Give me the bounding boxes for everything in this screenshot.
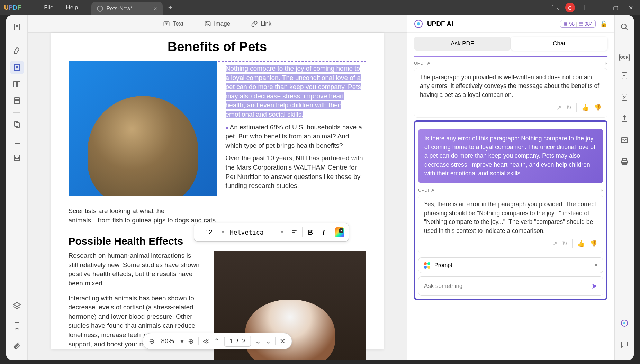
thumbs-up-icon[interactable]: 👍	[582, 103, 589, 112]
organize-tool-icon[interactable]	[10, 118, 24, 131]
zoom-navigation-bar: ⊖ 80% ▾ ⊕ ≪ ⌃ 1 / 2 ⌄ ⌄̲ ✕	[142, 333, 292, 349]
last-page-button[interactable]: ⌄̲	[265, 337, 271, 345]
italic-button[interactable]: I	[318, 227, 329, 237]
svg-rect-3	[17, 81, 20, 87]
ai-text-input[interactable]	[424, 283, 588, 290]
tab-chat[interactable]: Chat	[511, 37, 608, 51]
menu-help[interactable]: Help	[66, 4, 78, 11]
crop-tool-icon[interactable]	[10, 134, 24, 148]
ai-credits-badge[interactable]: ▣98 | ▤984	[560, 20, 596, 28]
tab-add-icon[interactable]: +	[168, 3, 173, 12]
prompt-selector[interactable]: Prompt ▾	[418, 257, 603, 273]
chevron-down-icon: ⌄	[556, 4, 560, 11]
ai-tabs: Ask PDF Chat	[407, 33, 614, 51]
reader-tool-icon[interactable]	[10, 20, 24, 34]
pdf-page[interactable]: Benefits of Pets Nothing compare to the …	[51, 33, 384, 349]
selected-paragraph-1[interactable]: Nothing compare to the joy of coming hom…	[226, 65, 361, 118]
zoom-out-button[interactable]: ⊖	[149, 337, 155, 345]
image-tool-button[interactable]: Image	[204, 20, 230, 27]
bold-button[interactable]: B	[305, 227, 316, 237]
close-zoom-bar-button[interactable]: ✕	[280, 337, 286, 345]
thumbs-down-icon[interactable]: 👎	[594, 103, 602, 112]
user-message: Is there any error of this paragraph: No…	[418, 129, 603, 184]
font-family-select[interactable]	[230, 229, 278, 236]
next-page-button[interactable]: ⌄	[255, 337, 261, 345]
page-number-input[interactable]: 1 / 2	[224, 336, 251, 347]
paragraph-4[interactable]: Scientists are looking at what theanimal…	[69, 207, 366, 225]
highlight-tool-icon[interactable]	[10, 44, 24, 58]
paragraph-2[interactable]: An estimated 68% of U.S. households have…	[226, 124, 362, 149]
regenerate-icon-2[interactable]: ↻	[562, 239, 567, 248]
bookmark-icon[interactable]	[10, 319, 24, 333]
prompt-label: Prompt	[434, 262, 452, 269]
text-format-toolbar: ▾ ▾ B I	[194, 223, 349, 242]
align-button[interactable]	[289, 227, 299, 237]
share-icon[interactable]	[618, 112, 631, 126]
open-external-icon[interactable]: ↗	[556, 103, 561, 112]
edit-tool-icon[interactable]	[10, 61, 24, 74]
font-family-dropdown-icon[interactable]: ▾	[281, 230, 283, 235]
maximize-button[interactable]: ▢	[610, 3, 621, 12]
ai-response-2: Yes, there is an error in the paragraph …	[418, 195, 603, 253]
ai-toggle-icon[interactable]	[618, 316, 631, 330]
main-content: Text Image Link Benefits of Pets Nothing…	[6, 15, 634, 360]
convert-icon[interactable]	[618, 69, 631, 83]
regenerate-icon[interactable]: ↻	[566, 103, 571, 112]
thumbs-down-icon-2[interactable]: 👎	[590, 239, 597, 248]
svg-rect-8	[15, 157, 19, 158]
font-size-dropdown-icon[interactable]: ▾	[222, 230, 224, 235]
menu-file[interactable]: File	[44, 4, 53, 11]
prev-page-button[interactable]: ⌃	[214, 337, 220, 345]
right-sidebar: OCR	[614, 15, 634, 360]
send-button[interactable]: ➤	[591, 282, 597, 291]
color-picker-button[interactable]	[335, 227, 344, 237]
layers-icon[interactable]	[10, 299, 24, 313]
zoom-level[interactable]: 80%	[159, 337, 176, 345]
paragraph-handle-icon[interactable]	[226, 127, 228, 129]
user-avatar[interactable]: C	[565, 3, 575, 12]
redact-tool-icon[interactable]	[10, 151, 24, 165]
link-tool-button[interactable]: Link	[251, 20, 271, 27]
close-button[interactable]: ✕	[626, 3, 636, 12]
font-size-input[interactable]	[198, 228, 219, 236]
compress-icon[interactable]	[618, 90, 631, 104]
zoom-dropdown-icon[interactable]: ▾	[180, 337, 184, 345]
search-icon[interactable]	[618, 20, 631, 34]
copy-icon[interactable]: ⎘	[605, 61, 607, 66]
updf-ai-logo-icon	[414, 19, 423, 28]
print-icon[interactable]	[618, 155, 631, 169]
prompt-dropdown-icon: ▾	[595, 262, 597, 269]
tab-ask-pdf[interactable]: Ask PDF	[414, 37, 511, 51]
email-icon[interactable]	[618, 133, 631, 147]
page-indicator[interactable]: 1 ⌄	[551, 4, 560, 11]
thumbs-up-icon-2[interactable]: 👍	[577, 239, 585, 248]
edit-toolbar: Text Image Link	[28, 15, 407, 33]
minimize-button[interactable]: —	[594, 3, 605, 12]
zoom-in-button[interactable]: ⊕	[188, 337, 194, 345]
tab-close-icon[interactable]: ×	[153, 5, 157, 12]
ai-sender-label-2: UPDF AI⎘	[418, 188, 603, 193]
prompt-grid-icon	[424, 262, 430, 269]
ai-input-container: ➤	[418, 276, 603, 296]
copy-icon-2[interactable]: ⎘	[601, 188, 603, 193]
form-tool-icon[interactable]	[10, 94, 24, 108]
lock-icon[interactable]: 🔒	[600, 20, 607, 28]
ai-chat-scroll[interactable]: UPDF AI⎘ The paragraph you provided is w…	[407, 51, 614, 360]
document-title: Benefits of Pets	[69, 39, 366, 54]
svg-point-21	[623, 322, 625, 324]
text-tool-button[interactable]: Text	[163, 20, 183, 27]
document-tab[interactable]: Pets-New* ×	[91, 2, 163, 15]
paragraph-5[interactable]: Research on human-animal interactions is…	[69, 251, 200, 288]
highlighted-conversation: Is there any error of this paragraph: No…	[414, 120, 607, 300]
pages-tool-icon[interactable]	[10, 77, 24, 91]
attachment-icon[interactable]	[10, 339, 24, 353]
first-page-button[interactable]: ≪	[202, 337, 210, 345]
svg-point-13	[621, 24, 626, 29]
svg-rect-2	[14, 81, 17, 87]
ocr-icon[interactable]: OCR	[619, 54, 630, 61]
open-external-icon-2[interactable]: ↗	[552, 239, 557, 248]
comment-icon[interactable]	[618, 338, 631, 352]
titlebar: UPDF | File Help Pets-New* × + 1 ⌄ C | —…	[0, 0, 640, 15]
cat-image[interactable]	[69, 61, 217, 196]
ai-sender-label: UPDF AI⎘	[414, 61, 607, 66]
